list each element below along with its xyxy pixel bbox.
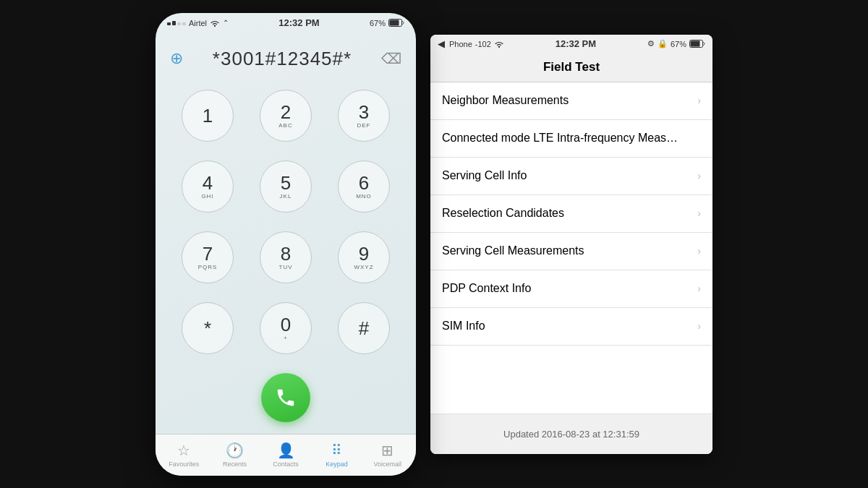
tab-label-voicemail: Voicemail (374, 461, 402, 468)
tab-recents[interactable]: 🕐Recents (209, 442, 260, 468)
key-main-label: 0 (281, 315, 291, 334)
list-item-5[interactable]: PDP Context Info› (430, 270, 712, 308)
key-main-label: 6 (359, 174, 369, 192)
call-btn-row (156, 366, 416, 434)
tab-icon-contacts: 👤 (277, 442, 295, 459)
key-main-label: # (359, 319, 369, 338)
list-item-label: Connected mode LTE Intra-frequency Meas… (442, 132, 701, 145)
call-button[interactable] (261, 373, 310, 422)
svg-point-3 (498, 46, 500, 47)
signal-dot-1 (167, 22, 171, 25)
back-label: Phone (449, 40, 472, 48)
tab-keypad[interactable]: ⠿Keypad (311, 442, 362, 468)
signal-value: -102 (475, 40, 491, 48)
key-2[interactable]: 2ABC (260, 90, 312, 142)
screen-title: Field Test (543, 60, 600, 74)
key-8[interactable]: 8TUV (260, 231, 312, 283)
delete-icon[interactable]: ⌫ (381, 50, 401, 67)
tab-label-favourites: Favourites (169, 461, 199, 468)
status-bar-left: Airtel ⌃ 12:32 PM 67% (156, 13, 416, 33)
key-main-label: 4 (203, 174, 213, 192)
key-sub-label: + (284, 335, 288, 341)
tab-icon-favourites: ☆ (177, 442, 190, 459)
key-1[interactable]: 1 (182, 90, 234, 142)
status-back-area: ◀ Phone -102 (438, 38, 504, 49)
list-item-label: SIM Info (442, 320, 692, 333)
tab-contacts[interactable]: 👤Contacts (260, 442, 311, 468)
add-contact-icon[interactable]: ⊕ (170, 49, 183, 68)
list-item-4[interactable]: Serving Cell Measurements› (430, 233, 712, 270)
list-item-2[interactable]: Serving Cell Info› (430, 158, 712, 195)
chevron-right-icon: › (697, 283, 701, 294)
key-3[interactable]: 3DEF (338, 90, 390, 142)
key-main-label: 7 (203, 244, 213, 263)
update-timestamp: Updated 2016-08-23 at 12:31:59 (503, 429, 639, 440)
signal-dot-4 (182, 22, 186, 25)
chevron-right-icon: › (697, 207, 701, 219)
battery-icon-left (388, 19, 404, 27)
carrier-label: Airtel (189, 19, 207, 27)
tab-label-recents: Recents (223, 461, 247, 468)
tab-voicemail[interactable]: ⊞Voicemail (362, 442, 413, 468)
chevron-right-icon: › (697, 95, 701, 106)
key-sub-label: GHI (201, 193, 213, 200)
list-item-3[interactable]: Reselection Candidates› (430, 195, 712, 233)
key-main-label: 8 (281, 244, 291, 263)
battery-label-left: 67% (370, 19, 386, 27)
tab-icon-recents: 🕐 (226, 442, 244, 459)
key-sub-label: PQRS (198, 264, 218, 270)
key-main-label: 5 (281, 174, 291, 192)
navigation-bar: Field Test (430, 53, 712, 82)
list-item-label: Serving Cell Info (442, 169, 692, 182)
key-sub-label: TUV (279, 264, 293, 270)
signal-dots (167, 21, 186, 25)
key-7[interactable]: 7PQRS (182, 231, 234, 283)
chevron-right-icon: › (697, 320, 701, 332)
signal-area: Airtel ⌃ (167, 19, 229, 27)
screenshot-container: Airtel ⌃ 12:32 PM 67% (0, 0, 868, 488)
keypad-grid: 12ABC3DEF4GHI5JKL6MNO7PQRS8TUV9WXYZ*0+# (156, 79, 416, 366)
svg-rect-5 (691, 41, 700, 47)
tab-favourites[interactable]: ☆Favourites (158, 442, 209, 468)
key-4[interactable]: 4GHI (182, 160, 234, 213)
wifi-icon-right (494, 40, 504, 48)
key-main-label: * (204, 319, 211, 338)
signal-dot-2 (172, 21, 176, 25)
signal-dot-3 (177, 22, 181, 25)
list-item-6[interactable]: SIM Info› (430, 308, 712, 346)
phone-right: ◀ Phone -102 12:32 PM ⚙ 🔒 67% (430, 35, 712, 454)
key-6[interactable]: 6MNO (338, 160, 390, 213)
key-hash[interactable]: # (338, 302, 390, 354)
phone-left: Airtel ⌃ 12:32 PM 67% (156, 13, 416, 476)
list-item-label: PDP Context Info (442, 282, 692, 295)
location-icon: ⌃ (223, 19, 229, 27)
list-item-label: Reselection Candidates (442, 207, 692, 220)
key-9[interactable]: 9WXYZ (338, 231, 390, 283)
key-5[interactable]: 5JKL (260, 160, 312, 213)
field-test-list: Neighbor Measurements›Connected mode LTE… (430, 82, 712, 414)
tab-label-keypad: Keypad (326, 461, 348, 468)
list-item-label: Neighbor Measurements (442, 94, 692, 107)
lock-icon: 🔒 (658, 39, 668, 48)
back-arrow-icon: ◀ (438, 38, 445, 49)
chevron-right-icon: › (697, 170, 701, 181)
chevron-right-icon: › (697, 245, 701, 257)
status-right-icons-right: ⚙ 🔒 67% (647, 39, 705, 48)
key-sub-label: WXYZ (354, 264, 373, 270)
update-footer: Updated 2016-08-23 at 12:31:59 (430, 414, 712, 454)
key-main-label: 2 (281, 103, 291, 121)
list-item-0[interactable]: Neighbor Measurements› (430, 82, 712, 120)
key-0[interactable]: 0+ (260, 302, 312, 354)
list-item-label: Serving Cell Measurements (442, 244, 692, 257)
tab-icon-keypad: ⠿ (331, 442, 342, 459)
list-item-1[interactable]: Connected mode LTE Intra-frequency Meas… (430, 120, 712, 158)
tab-icon-voicemail: ⊞ (381, 442, 393, 459)
key-star[interactable]: * (182, 302, 234, 354)
phone-icon (275, 387, 297, 408)
settings-icon-right: ⚙ (647, 39, 655, 48)
key-sub-label: JKL (280, 193, 292, 200)
tab-label-contacts: Contacts (273, 461, 299, 468)
dial-number: *3001#12345#* (192, 48, 373, 70)
battery-pct-right: 67% (671, 40, 686, 48)
wifi-icon (210, 20, 220, 27)
